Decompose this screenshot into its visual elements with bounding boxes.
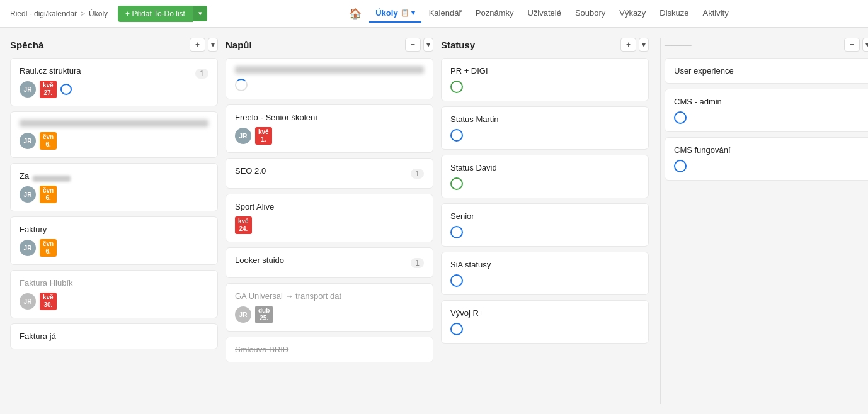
card-looker-count: 1 [411,258,424,268]
card-status-martin[interactable]: Status Martin [441,106,649,150]
column-napul: Napůl + ▾ Freelo - Senior školení JR kvě… [226,38,433,404]
add-todo-button[interactable]: + Přidat To-Do list [118,6,193,22]
card-senior-title: Senior [450,211,639,221]
column-statusy: Statusy + ▾ PR + DIGI Status Martin Stat… [441,38,649,404]
nav-item-aktivity[interactable]: Aktivity [697,4,735,23]
col-specha-menu-btn[interactable]: ▾ [208,38,218,52]
nav-item-diskuze[interactable]: Diskuze [653,4,695,23]
card-vyvoj-r[interactable]: Vývoj R+ [441,300,649,344]
card-freelo-title: Freelo - Senior školení [235,113,317,122]
card-sport-alive-badge: kvě24. [235,216,252,234]
card-ga-universal[interactable]: GA Universal → transport dat JR dub25. [226,283,433,332]
card-faktury[interactable]: Faktury JR čvn6. [10,216,218,265]
col-statusy-menu-btn[interactable]: ▾ [639,38,649,52]
col-divider [660,38,661,404]
card-looker-title: Looker stuido [235,255,284,265]
card-cms-fungovani-status [674,160,687,172]
card-senior[interactable]: Senior [441,203,649,247]
card-napul-spinner [235,79,248,91]
col-napul-title: Napůl [226,40,252,50]
col4-add-btn[interactable]: + [844,38,860,52]
card-status-david[interactable]: Status David [441,155,649,198]
col4-header: ──── + ▾ [665,38,868,52]
nav-home-button[interactable]: 🏠 [343,4,368,23]
card-freelo[interactable]: Freelo - Senior školení JR kvě1. [226,104,433,153]
card-sia-statusy-title: SiA statusy [450,260,639,269]
card-smlouva[interactable]: Smlouva BRID [226,337,433,362]
col-specha-add-btn[interactable]: + [190,38,205,52]
card-ga-badge: dub25. [255,306,273,323]
card-faktura-hlubik-title: Faktura Hlubík [20,278,73,288]
col-statusy-header: Statusy + ▾ [441,38,649,52]
card-napul-blurred[interactable] [226,58,433,99]
card-raul-title: Raul.cz struktura [20,66,81,76]
col-napul-add-btn[interactable]: + [405,38,421,52]
card-pr-digi-title: PR + DIGI [450,66,639,76]
card-pr-digi-status [450,81,463,93]
breadcrumb-root[interactable]: Riedl - digi/kalendář [10,9,77,18]
col-specha-title: Spěchá [10,40,43,50]
card-freelo-avatar: JR [235,128,251,144]
card-sport-alive[interactable]: Sport Alive kvě24. [226,194,433,242]
card-cms-admin-status [674,111,687,124]
card-faktury-title: Faktury [20,225,47,234]
card-sia-statusy[interactable]: SiA statusy [441,252,649,295]
card-faktury-badge: čvn6. [40,239,57,257]
card-faktura-hlubik[interactable]: Faktura Hlubík JR kvě30. [10,270,218,318]
card-smlouva-title: Smlouva BRID [235,345,288,354]
card-faktura-ja[interactable]: Faktura já [10,323,218,349]
card-status-martin-title: Status Martin [450,115,639,124]
card-user-exp[interactable]: User experience [665,58,868,84]
col-napul-header: Napůl + ▾ [226,38,433,52]
nav-item-uzivatele[interactable]: Uživatelé [521,4,567,23]
breadcrumb: Riedl - digi/kalendář > Úkoly [10,9,108,18]
card-raul-badge: kvě27. [40,81,57,98]
card-looker[interactable]: Looker stuido 1 [226,247,433,278]
card-senior-status [450,226,463,238]
card-freelo-badge: kvě1. [255,127,272,145]
card-status-martin-status [450,129,463,142]
card-vyvoj-r-title: Vývoj R+ [450,308,639,318]
column-specha: Spěchá + ▾ Raul.cz struktura 1 JR kvě27. [10,38,218,404]
card-ga-universal-title: GA Universal → transport dat [235,291,341,301]
col-statusy-title: Statusy [441,40,475,50]
nav-item-vykazy[interactable]: Výkazy [613,4,652,23]
card-cms-admin[interactable]: CMS - admin [665,89,868,132]
card-blurred1-badge: čvn6. [40,132,57,150]
breadcrumb-current[interactable]: Úkoly [89,9,108,18]
nav-ukoly-icon: 📋 ▾ [401,9,415,17]
card-blurred1-avatar: JR [20,133,36,149]
card-seo-title: SEO 2.0 [235,166,266,176]
breadcrumb-sep: > [81,9,85,18]
col-statusy-add-btn[interactable]: + [620,38,636,52]
card-za[interactable]: Za JR čvn6. [10,163,218,211]
card-pr-digi[interactable]: PR + DIGI [441,58,649,101]
nav-bar: 🏠 Úkoly 📋 ▾ Kalendář Poznámky Uživatelé … [220,4,858,23]
card-cms-admin-title: CMS - admin [674,97,863,106]
col4-menu-btn[interactable]: ▾ [862,38,868,52]
card-cms-fungovani[interactable]: CMS fungování [665,137,868,181]
add-todo-arrow-button[interactable]: ▾ [193,6,207,21]
top-bar: Riedl - digi/kalendář > Úkoly + Přidat T… [0,0,868,28]
card-za-avatar: JR [20,186,36,203]
card-blurred1[interactable]: JR čvn6. [10,111,218,158]
card-raul[interactable]: Raul.cz struktura 1 JR kvě27. [10,58,218,106]
card-cms-fungovani-title: CMS fungování [674,145,863,155]
col-napul-menu-btn[interactable]: ▾ [423,38,433,52]
card-sia-statusy-status [450,274,463,287]
card-status-david-status [450,177,463,190]
card-za-title-part: Za [20,171,29,181]
card-blurred1-title-bar [20,120,208,127]
nav-item-soubory[interactable]: Soubory [569,4,612,23]
nav-item-kalendar[interactable]: Kalendář [423,4,468,23]
card-faktura-ja-title: Faktura já [20,332,56,341]
card-status-david-title: Status David [450,163,639,172]
card-user-exp-title: User experience [674,66,863,76]
card-raul-status [60,84,72,95]
card-seo[interactable]: SEO 2.0 1 [226,158,433,189]
nav-item-poznamky[interactable]: Poznámky [469,4,520,23]
card-faktury-avatar: JR [20,240,36,256]
col4-title: ──── [665,40,692,50]
col-specha-header: Spěchá + ▾ [10,38,218,52]
nav-item-ukoly[interactable]: Úkoly 📋 ▾ [369,4,421,23]
